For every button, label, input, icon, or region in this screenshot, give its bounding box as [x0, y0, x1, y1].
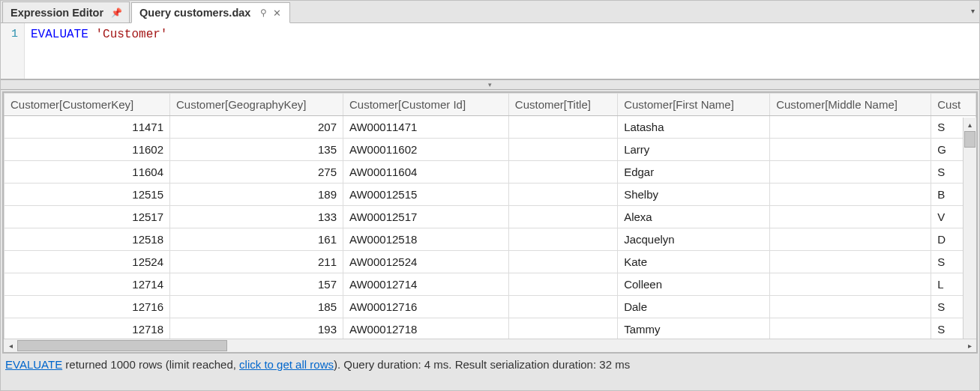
table-cell[interactable]: 12716	[4, 296, 170, 318]
table-cell[interactable]: 12515	[4, 184, 170, 206]
table-row[interactable]: 11471207AW00011471LatashaS	[4, 116, 976, 139]
table-row[interactable]: 12518161AW00012518JacquelynD	[4, 228, 976, 251]
table-cell[interactable]: 135	[170, 139, 343, 161]
table-cell[interactable]: 185	[170, 296, 343, 318]
table-cell[interactable]: AW00012714	[343, 273, 509, 296]
scroll-track[interactable]	[17, 339, 963, 352]
table-cell[interactable]	[508, 206, 617, 228]
table-cell[interactable]: Latasha	[618, 116, 770, 139]
scroll-up-button[interactable]: ▴	[964, 118, 976, 131]
tab-overflow-button[interactable]: ▾	[971, 7, 975, 15]
status-evaluate-link[interactable]: EVALUATE	[5, 358, 62, 371]
table-cell[interactable]	[508, 161, 617, 184]
table-row[interactable]: 12714157AW00012714ColleenL	[4, 273, 976, 296]
column-header[interactable]: Customer[GeographyKey]	[170, 94, 343, 116]
table-cell[interactable]	[770, 273, 931, 296]
tab-expression-editor[interactable]: Expression Editor 📌	[2, 1, 130, 22]
table-cell[interactable]	[770, 184, 931, 206]
table-cell[interactable]: 12517	[4, 206, 170, 228]
table-cell[interactable]: 12718	[4, 318, 170, 339]
column-header[interactable]: Customer[First Name]	[618, 94, 770, 116]
splitter-handle[interactable]: ▾	[1, 79, 979, 90]
code-content[interactable]: EVALUATE 'Customer'	[25, 23, 979, 79]
scroll-thumb[interactable]	[17, 340, 227, 351]
status-get-all-rows-link[interactable]: click to get all rows	[239, 358, 334, 371]
table-cell[interactable]: Edgar	[618, 161, 770, 184]
table-cell[interactable]	[770, 161, 931, 184]
table-cell[interactable]: AW00011602	[343, 139, 509, 161]
column-header[interactable]: Customer[CustomerKey]	[4, 94, 170, 116]
table-cell[interactable]: 11604	[4, 161, 170, 184]
table-cell[interactable]: AW00012716	[343, 296, 509, 318]
table-row[interactable]: 12517133AW00012517AlexaV	[4, 206, 976, 228]
table-cell[interactable]	[770, 251, 931, 273]
table-row[interactable]: 11604275AW00011604EdgarS	[4, 161, 976, 184]
horizontal-scrollbar[interactable]: ◂ ▸	[4, 339, 976, 352]
pin-icon[interactable]: 📌	[111, 7, 121, 18]
table-cell[interactable]: 11471	[4, 116, 170, 139]
table-cell[interactable]: 161	[170, 228, 343, 251]
table-cell[interactable]: Shelby	[618, 184, 770, 206]
table-cell[interactable]: AW00012515	[343, 184, 509, 206]
table-cell[interactable]: 12714	[4, 273, 170, 296]
pin-icon[interactable]: ⚲	[258, 7, 268, 18]
table-cell[interactable]: Jacquelyn	[618, 228, 770, 251]
table-cell[interactable]: 275	[170, 161, 343, 184]
column-header[interactable]: Customer[Middle Name]	[770, 94, 931, 116]
table-cell[interactable]: 193	[170, 318, 343, 339]
column-header[interactable]: Customer[Customer Id]	[343, 94, 509, 116]
table-cell[interactable]: 133	[170, 206, 343, 228]
table-cell[interactable]	[508, 296, 617, 318]
scroll-right-button[interactable]: ▸	[963, 342, 976, 350]
table-row[interactable]: 11602135AW00011602LarryG	[4, 139, 976, 161]
code-editor[interactable]: 1 EVALUATE 'Customer'	[1, 23, 979, 79]
table-cell[interactable]	[770, 139, 931, 161]
status-text-2: ). Query duration: 4 ms. Result serializ…	[334, 358, 630, 371]
table-cell[interactable]: Colleen	[618, 273, 770, 296]
table-row[interactable]: 12524211AW00012524KateS	[4, 251, 976, 273]
table-cell[interactable]: AW00012517	[343, 206, 509, 228]
table-cell[interactable]: AW00012518	[343, 228, 509, 251]
column-header[interactable]: Cust	[931, 94, 976, 116]
table-cell[interactable]: Alexa	[618, 206, 770, 228]
table-cell[interactable]: Dale	[618, 296, 770, 318]
table-cell[interactable]	[508, 139, 617, 161]
table-cell[interactable]	[770, 116, 931, 139]
table-cell[interactable]	[508, 184, 617, 206]
close-icon[interactable]: ✕	[271, 7, 282, 19]
table-cell[interactable]: 12524	[4, 251, 170, 273]
table-cell[interactable]	[770, 318, 931, 339]
table-cell[interactable]: AW00011471	[343, 116, 509, 139]
table-cell[interactable]: 207	[170, 116, 343, 139]
table-row[interactable]: 12718193AW00012718TammyS	[4, 318, 976, 339]
table-cell[interactable]: AW00011604	[343, 161, 509, 184]
column-header[interactable]: Customer[Title]	[508, 94, 617, 116]
scroll-thumb[interactable]	[964, 131, 976, 148]
table-cell[interactable]	[508, 228, 617, 251]
table-cell[interactable]: Kate	[618, 251, 770, 273]
table-cell[interactable]	[770, 296, 931, 318]
table-cell[interactable]: 12518	[4, 228, 170, 251]
table-cell[interactable]: AW00012524	[343, 251, 509, 273]
table-cell[interactable]	[770, 206, 931, 228]
table-cell[interactable]: Larry	[618, 139, 770, 161]
table-cell[interactable]: Tammy	[618, 318, 770, 339]
table-cell[interactable]: 157	[170, 273, 343, 296]
scroll-left-button[interactable]: ◂	[4, 342, 17, 350]
table-cell[interactable]: 11602	[4, 139, 170, 161]
table-cell[interactable]	[508, 251, 617, 273]
tab-query-customers[interactable]: Query customers.dax ⚲ ✕	[131, 2, 290, 23]
table-cell[interactable]	[770, 228, 931, 251]
table-cell[interactable]: 189	[170, 184, 343, 206]
table-cell[interactable]	[508, 318, 617, 339]
table-row[interactable]: 12515189AW00012515ShelbyB	[4, 184, 976, 206]
results-grid[interactable]: Customer[CustomerKey] Customer[Geography…	[4, 93, 976, 339]
results-panel: Customer[CustomerKey] Customer[Geography…	[2, 91, 978, 354]
table-cell[interactable]	[508, 116, 617, 139]
status-text-1: returned 1000 rows (limit reached,	[65, 358, 239, 371]
table-cell[interactable]: AW00012718	[343, 318, 509, 339]
table-row[interactable]: 12716185AW00012716DaleS	[4, 296, 976, 318]
vertical-scrollbar[interactable]: ▴	[963, 118, 976, 339]
table-cell[interactable]	[508, 273, 617, 296]
table-cell[interactable]: 211	[170, 251, 343, 273]
